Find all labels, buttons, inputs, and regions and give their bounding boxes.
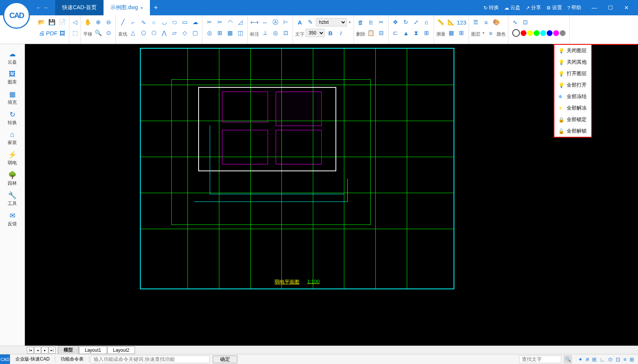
- arc-icon[interactable]: ◡: [160, 18, 169, 27]
- color-gray[interactable]: [560, 30, 566, 36]
- num-icon[interactable]: 123: [457, 18, 466, 27]
- zoom-in-icon[interactable]: ⊕: [94, 18, 103, 27]
- extend-icon[interactable]: ✂: [215, 18, 224, 27]
- maximize-button[interactable]: ☐: [603, 0, 618, 15]
- layout-tab-1[interactable]: Layout1: [79, 346, 107, 354]
- offset-icon[interactable]: ◎: [205, 28, 214, 38]
- layer-more-icon[interactable]: ≡: [486, 28, 495, 38]
- align2-icon[interactable]: ▲: [401, 28, 411, 38]
- sidebar-item-图库[interactable]: 🖼图库: [0, 68, 25, 87]
- sidebar-item-反馈[interactable]: ✉反馈: [0, 210, 25, 229]
- delete-icon[interactable]: 🗑: [356, 18, 365, 27]
- print-icon[interactable]: 🖨: [37, 28, 46, 38]
- pdf-icon[interactable]: PDF: [47, 28, 56, 38]
- share-button[interactable]: ↗分享: [526, 4, 541, 11]
- table-icon[interactable]: ⊞: [457, 28, 466, 38]
- sidebar-item-园林[interactable]: 🌳园林: [0, 169, 25, 189]
- settings-button[interactable]: ⚙设置: [546, 4, 562, 11]
- cloud-icon[interactable]: ☁: [191, 18, 200, 27]
- search-icon[interactable]: 🔍: [564, 355, 572, 364]
- move-icon[interactable]: ✥: [391, 18, 400, 27]
- close-icon[interactable]: ×: [140, 5, 143, 11]
- pentagon-icon[interactable]: ⬠: [139, 28, 148, 38]
- mirror-icon[interactable]: ⎌: [422, 18, 431, 27]
- color-yellow[interactable]: [527, 30, 533, 36]
- dim2-icon[interactable]: ↔: [260, 18, 270, 27]
- spline-icon[interactable]: ∿: [139, 18, 148, 27]
- color-blue[interactable]: [547, 30, 552, 36]
- layer-list-icon[interactable]: ≡: [482, 18, 491, 27]
- copy-icon[interactable]: ⎘: [367, 18, 376, 27]
- bold-icon[interactable]: B: [326, 28, 335, 38]
- dim7-icon[interactable]: ⊡: [281, 28, 290, 38]
- array-icon[interactable]: ⊞: [215, 28, 224, 38]
- sidebar-item-家装[interactable]: ⌂家装: [0, 129, 25, 148]
- zoom-extents-icon[interactable]: ⊙: [104, 28, 113, 38]
- area-icon[interactable]: ▦: [447, 28, 456, 38]
- open-icon[interactable]: 📂: [37, 18, 46, 27]
- ellipse-icon[interactable]: ⬭: [170, 18, 179, 27]
- grid-icon[interactable]: #: [586, 356, 589, 362]
- sidebar-item-云盘[interactable]: ☁云盘: [0, 48, 25, 67]
- fillet-icon[interactable]: ◠: [225, 18, 235, 27]
- color-magenta[interactable]: [553, 30, 559, 36]
- hatch-icon[interactable]: ▦: [225, 28, 235, 38]
- ruler-icon[interactable]: 📐: [447, 18, 456, 27]
- mirror2-icon[interactable]: ⧗: [412, 28, 421, 38]
- circle-icon[interactable]: ○: [149, 18, 158, 27]
- command-input[interactable]: [91, 356, 210, 363]
- cloud-button[interactable]: ☁云盘: [504, 4, 520, 11]
- layer-icon[interactable]: ☰: [471, 18, 480, 27]
- align-icon[interactable]: ⊏: [391, 28, 400, 38]
- cut-icon[interactable]: ✂: [377, 18, 386, 27]
- dim4-icon[interactable]: ⊢: [281, 18, 290, 27]
- image-icon[interactable]: 🖼: [58, 28, 67, 38]
- color-green[interactable]: [534, 30, 539, 36]
- layout-tab-model[interactable]: 模型: [58, 346, 79, 354]
- dist-icon[interactable]: 📏: [436, 18, 446, 27]
- add-tab-button[interactable]: +: [150, 0, 161, 15]
- sidebar-item-填充[interactable]: ▦填充: [0, 88, 25, 108]
- zigzag-icon[interactable]: ⋀: [160, 28, 169, 38]
- block-icon[interactable]: ◫: [236, 28, 245, 38]
- sidebar-item-转换[interactable]: ↻转换: [0, 108, 25, 128]
- snap-icon[interactable]: ✦: [578, 356, 583, 362]
- model-icon[interactable]: ⊞: [630, 356, 634, 362]
- ok-button[interactable]: 确定: [213, 356, 237, 363]
- search-input[interactable]: [519, 356, 561, 363]
- rect-icon[interactable]: ▭: [180, 18, 189, 27]
- color-red[interactable]: [521, 30, 526, 36]
- otrack-icon[interactable]: ⊡: [616, 356, 620, 362]
- polygon-icon[interactable]: ▱: [170, 28, 179, 38]
- layer-menu-全部解锁[interactable]: 🔓全部解锁: [554, 125, 591, 137]
- shape2-icon[interactable]: ▢: [191, 28, 200, 38]
- color-ring[interactable]: [512, 29, 520, 37]
- dim3-icon[interactable]: Ⓐ: [271, 18, 280, 27]
- layer-menu-全部锁定[interactable]: 🔒全部锁定: [554, 114, 591, 125]
- nav-fwd-icon[interactable]: →: [43, 5, 48, 11]
- italic-icon[interactable]: I: [336, 28, 345, 38]
- shape-icon[interactable]: ◇: [180, 28, 189, 38]
- sidebar-item-工具[interactable]: 🔧工具: [0, 189, 25, 209]
- zoom-window-icon[interactable]: 🔍: [94, 28, 103, 38]
- layer-menu-关闭其他[interactable]: 💡关闭其他: [554, 56, 591, 68]
- sidebar-item-弱电[interactable]: ⚡弱电: [0, 149, 25, 168]
- last-layout-icon[interactable]: ▸|: [49, 347, 56, 354]
- pan-icon[interactable]: ✋: [83, 18, 92, 27]
- hexagon-icon[interactable]: ⬡: [149, 28, 158, 38]
- color-cyan[interactable]: [540, 30, 546, 36]
- next-layout-icon[interactable]: ▸: [41, 347, 48, 354]
- text-icon[interactable]: A: [295, 18, 304, 27]
- layer-menu-全部打开[interactable]: 💡全部打开: [554, 79, 591, 91]
- font-select[interactable]: hztxt: [316, 18, 347, 26]
- lwt-icon[interactable]: ≡: [623, 356, 626, 362]
- first-layout-icon[interactable]: |◂: [27, 347, 34, 354]
- func-table-button[interactable]: 功能命令表: [55, 356, 89, 362]
- dim-icon[interactable]: ⟷: [250, 18, 259, 27]
- minimize-button[interactable]: —: [587, 0, 602, 15]
- edit-text-icon[interactable]: ✎: [306, 18, 315, 27]
- layer-menu-关闭图层[interactable]: 💡关闭图层: [554, 45, 591, 56]
- osnap-icon[interactable]: ⊙: [608, 356, 613, 362]
- paste-icon[interactable]: 📋: [367, 28, 376, 38]
- prev-layout-icon[interactable]: ◂: [34, 347, 41, 354]
